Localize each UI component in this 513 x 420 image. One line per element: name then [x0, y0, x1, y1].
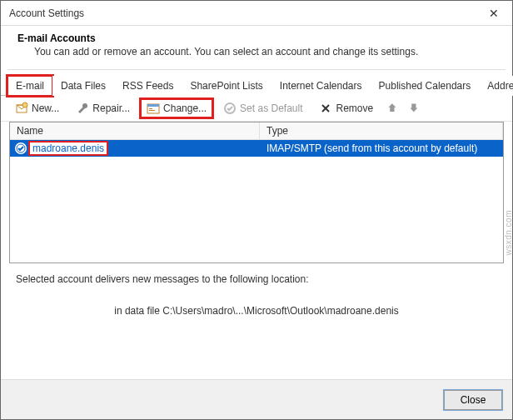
change-icon: [147, 102, 160, 115]
col-header-name[interactable]: Name: [10, 122, 260, 139]
tab-address-books[interactable]: Address Books: [479, 76, 513, 96]
close-button[interactable]: Close: [444, 390, 502, 410]
cell-name: madroane.denis: [10, 142, 260, 154]
divider: [7, 69, 506, 70]
remove-button[interactable]: Remove: [313, 99, 379, 118]
check-circle-icon: [223, 102, 237, 115]
change-button[interactable]: Change...: [141, 99, 212, 118]
close-icon: ✕: [489, 7, 499, 20]
new-label: New...: [32, 102, 59, 114]
tab-strip: E-mail Data Files RSS Feeds SharePoint L…: [1, 75, 512, 96]
remove-icon: [319, 102, 332, 115]
change-label: Change...: [163, 102, 207, 114]
repair-button[interactable]: Repair...: [70, 99, 136, 118]
remove-label: Remove: [336, 102, 373, 114]
accounts-table: Name Type madroane.denis IMAP/SMTP (send…: [9, 122, 504, 263]
account-settings-dialog: Account Settings ✕ E-mail Accounts You c…: [0, 0, 513, 420]
dialog-footer: Close: [1, 379, 512, 419]
window-close-button[interactable]: ✕: [476, 1, 512, 26]
header-section: E-mail Accounts You can add or remove an…: [1, 26, 512, 69]
delivery-info-line1: Selected account delivers new messages t…: [16, 273, 497, 285]
table-header: Name Type: [10, 122, 503, 140]
svg-point-3: [82, 103, 87, 108]
tab-rss-feeds[interactable]: RSS Feeds: [114, 76, 182, 96]
svg-rect-7: [149, 110, 155, 111]
delivery-info: Selected account delivers new messages t…: [1, 263, 512, 317]
window-title: Account Settings: [9, 8, 84, 19]
tab-published-calendars[interactable]: Published Calendars: [371, 76, 480, 96]
delivery-info-path: in data file C:\Users\madro\...\Microsof…: [16, 305, 497, 317]
svg-rect-5: [147, 104, 159, 107]
repair-icon: [76, 102, 89, 115]
move-up-icon: 🡅: [384, 102, 401, 114]
watermark: wsxdn.com: [505, 210, 514, 256]
toolbar: New... Repair... Change... Set as Defaul…: [1, 96, 512, 122]
tab-internet-calendars[interactable]: Internet Calendars: [271, 76, 371, 96]
cell-type: IMAP/SMTP (send from this account by def…: [260, 142, 503, 154]
new-icon: [15, 102, 28, 115]
col-header-type[interactable]: Type: [260, 122, 503, 139]
move-down-icon: 🡇: [406, 102, 422, 114]
new-button[interactable]: New...: [9, 99, 65, 118]
repair-label: Repair...: [92, 102, 130, 114]
header-subtitle: You can add or remove an account. You ca…: [17, 46, 496, 58]
svg-rect-6: [149, 108, 152, 109]
table-row[interactable]: madroane.denis IMAP/SMTP (send from this…: [10, 140, 503, 157]
account-name: madroane.denis: [30, 142, 107, 154]
account-default-icon: [15, 142, 27, 154]
tab-sharepoint-lists[interactable]: SharePoint Lists: [182, 76, 271, 96]
svg-point-2: [22, 102, 27, 108]
tab-data-files[interactable]: Data Files: [52, 76, 114, 96]
tab-email[interactable]: E-mail: [7, 76, 52, 96]
set-default-label: Set as Default: [240, 102, 302, 114]
set-default-button: Set as Default: [217, 99, 308, 118]
header-title: E-mail Accounts: [17, 32, 496, 44]
titlebar: Account Settings ✕: [1, 1, 512, 26]
